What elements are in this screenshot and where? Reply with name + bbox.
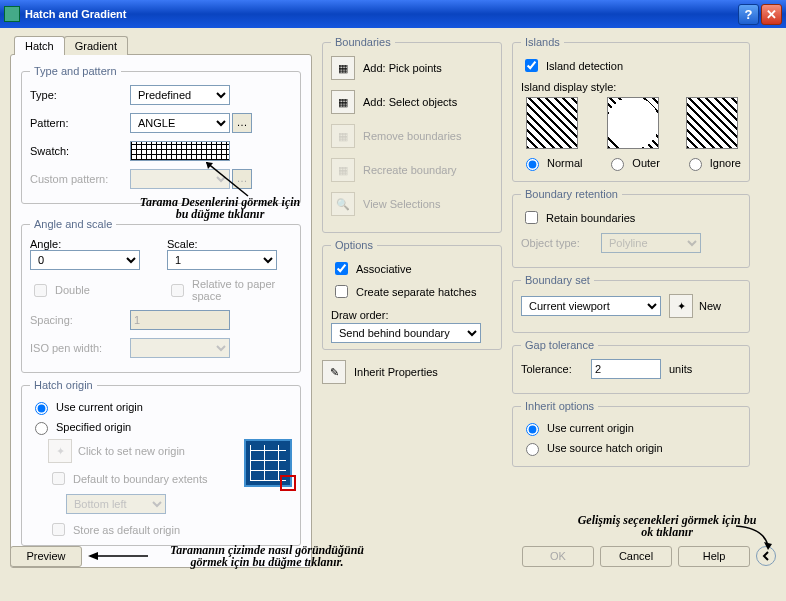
inherit-options-legend: Inherit options xyxy=(521,400,598,412)
associative-label: Associative xyxy=(356,263,412,275)
angle-select[interactable]: 0 xyxy=(30,250,140,270)
gap-tolerance-group: Gap tolerance Tolerance: units xyxy=(512,339,750,394)
boundaries-group: Boundaries ▦Add: Pick points ▦Add: Selec… xyxy=(322,36,502,233)
view-selections-icon: 🔍 xyxy=(331,192,355,216)
iso-label: ISO pen width: xyxy=(30,342,130,354)
preview-annotation: Taramanın çizimde nasıl göründüğünü görm… xyxy=(152,544,382,568)
iso-select xyxy=(130,338,230,358)
advanced-annotation: Gelişmiş seçenekleri görmek için bu ok t… xyxy=(572,514,762,538)
pattern-browse-button[interactable]: … xyxy=(232,113,252,133)
hatch-origin-legend: Hatch origin xyxy=(30,379,97,391)
draw-order-select[interactable]: Send behind boundary xyxy=(331,323,481,343)
scale-select[interactable]: 1 xyxy=(167,250,277,270)
island-detection-checkbox[interactable] xyxy=(525,59,538,72)
default-extents-label: Default to boundary extents xyxy=(73,473,208,485)
inherit-current-radio[interactable] xyxy=(526,423,539,436)
angle-label: Angle: xyxy=(30,238,155,250)
island-ignore-preview[interactable] xyxy=(686,97,738,149)
ok-button: OK xyxy=(522,546,594,567)
options-legend: Options xyxy=(331,239,377,251)
type-select[interactable]: Predefined xyxy=(130,85,230,105)
island-ignore-radio[interactable] xyxy=(689,158,702,171)
specified-origin-label: Specified origin xyxy=(56,421,131,433)
title-bar: Hatch and Gradient ? ✕ xyxy=(0,0,786,28)
angle-scale-legend: Angle and scale xyxy=(30,218,116,230)
inherit-properties-icon[interactable]: ✎ xyxy=(322,360,346,384)
island-normal-radio[interactable] xyxy=(526,158,539,171)
island-normal-preview[interactable] xyxy=(526,97,578,149)
window-title: Hatch and Gradient xyxy=(25,8,126,20)
boundary-set-select[interactable]: Current viewport xyxy=(521,296,661,316)
tab-hatch[interactable]: Hatch xyxy=(14,36,65,55)
islands-group: Islands Island detection Island display … xyxy=(512,36,750,182)
island-normal-label: Normal xyxy=(547,157,582,169)
use-current-origin-radio[interactable] xyxy=(35,402,48,415)
close-window-button[interactable]: ✕ xyxy=(761,4,782,25)
select-objects-label: Add: Select objects xyxy=(363,96,457,108)
cancel-button[interactable]: Cancel xyxy=(600,546,672,567)
tab-panel-hatch: Type and pattern Type: Predefined Patter… xyxy=(10,54,312,568)
remove-boundaries-icon: ▦ xyxy=(331,124,355,148)
retain-boundaries-checkbox[interactable] xyxy=(525,211,538,224)
separate-hatches-checkbox[interactable] xyxy=(335,285,348,298)
svg-marker-3 xyxy=(88,552,98,560)
boundary-retention-legend: Boundary retention xyxy=(521,188,622,200)
custom-pattern-label: Custom pattern: xyxy=(30,173,130,185)
pattern-select[interactable]: ANGLE xyxy=(130,113,230,133)
options-group: Options Associative Create separate hatc… xyxy=(322,239,502,350)
retain-boundaries-label: Retain boundaries xyxy=(546,212,635,224)
island-outer-preview[interactable] xyxy=(607,97,659,149)
set-origin-icon: ✦ xyxy=(48,439,72,463)
tolerance-input[interactable] xyxy=(591,359,661,379)
origin-preview-icon xyxy=(244,439,292,487)
recreate-boundary-icon: ▦ xyxy=(331,158,355,182)
use-current-origin-label: Use current origin xyxy=(56,401,143,413)
pick-points-icon[interactable]: ▦ xyxy=(331,56,355,80)
help-button[interactable]: Help xyxy=(678,546,750,567)
store-default-checkbox xyxy=(52,523,65,536)
island-ignore-label: Ignore xyxy=(710,157,741,169)
separate-hatches-label: Create separate hatches xyxy=(356,286,476,298)
islands-legend: Islands xyxy=(521,36,564,48)
associative-checkbox[interactable] xyxy=(335,262,348,275)
boundaries-legend: Boundaries xyxy=(331,36,395,48)
tolerance-label: Tolerance: xyxy=(521,363,591,375)
boundary-set-legend: Boundary set xyxy=(521,274,594,286)
inherit-current-label: Use current origin xyxy=(547,422,634,434)
tab-gradient[interactable]: Gradient xyxy=(64,36,128,55)
type-pattern-group: Type and pattern Type: Predefined Patter… xyxy=(21,65,301,204)
relative-checkbox xyxy=(171,284,184,297)
angle-scale-group: Angle and scale Angle: 0 Scale: 1 Double… xyxy=(21,218,301,373)
expand-arrow-button[interactable] xyxy=(756,546,776,566)
swatch-preview[interactable] xyxy=(130,141,230,161)
app-icon xyxy=(4,6,20,22)
inherit-source-radio[interactable] xyxy=(526,443,539,456)
tolerance-units-label: units xyxy=(669,363,692,375)
island-outer-label: Outer xyxy=(632,157,660,169)
boundary-set-group: Boundary set Current viewport ✦ New xyxy=(512,274,750,333)
chevron-left-icon xyxy=(761,551,771,561)
pattern-label: Pattern: xyxy=(30,117,130,129)
type-pattern-legend: Type and pattern xyxy=(30,65,121,77)
boundary-set-new-label: New xyxy=(699,300,721,312)
help-window-button[interactable]: ? xyxy=(738,4,759,25)
island-outer-radio[interactable] xyxy=(611,158,624,171)
swatch-label: Swatch: xyxy=(30,145,130,157)
scale-label: Scale: xyxy=(167,238,292,250)
boundary-set-new-icon[interactable]: ✦ xyxy=(669,294,693,318)
spacing-input xyxy=(130,310,230,330)
inherit-source-label: Use source hatch origin xyxy=(547,442,663,454)
preview-button[interactable]: Preview xyxy=(10,546,82,567)
select-objects-icon[interactable]: ▦ xyxy=(331,90,355,114)
object-type-label: Object type: xyxy=(521,237,601,249)
remove-boundaries-label: Remove boundaries xyxy=(363,130,461,142)
specified-origin-radio[interactable] xyxy=(35,422,48,435)
origin-corner-select: Bottom left xyxy=(66,494,166,514)
pick-points-label: Add: Pick points xyxy=(363,62,442,74)
default-extents-checkbox xyxy=(52,472,65,485)
hatch-origin-group: Hatch origin Use current origin Specifie… xyxy=(21,379,301,546)
custom-pattern-browse-button: … xyxy=(232,169,252,189)
relative-label: Relative to paper space xyxy=(192,278,292,302)
inherit-options-group: Inherit options Use current origin Use s… xyxy=(512,400,750,467)
type-label: Type: xyxy=(30,89,130,101)
